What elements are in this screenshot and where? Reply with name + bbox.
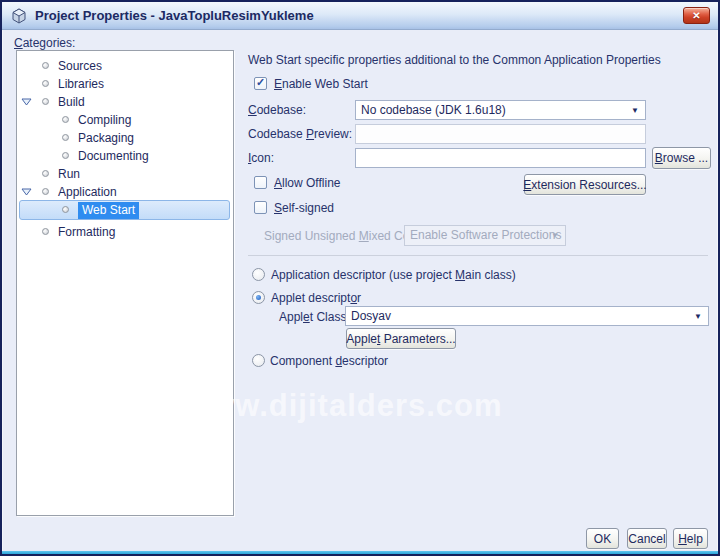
tree-bullet-icon [42, 80, 49, 87]
codebase-label: Codebase: [248, 103, 306, 117]
codebase-preview-label: Codebase Preview: [248, 127, 352, 141]
checkmark-icon: ✓ [256, 76, 265, 89]
sidebar-item-libraries[interactable]: Libraries [18, 75, 232, 93]
tree-bullet-icon [62, 134, 69, 141]
chevron-down-icon: ▼ [551, 231, 559, 240]
tree-bullet-icon [62, 206, 69, 213]
mixed-code-label: Signed Unsigned Mixed Code: [264, 229, 426, 243]
icon-label: Icon: [248, 151, 274, 165]
sidebar-item-web-start-selected-row[interactable]: Web Start [19, 200, 230, 220]
tree-bullet-icon [42, 62, 49, 69]
component-descriptor-label: Component descriptor [270, 354, 388, 368]
project-cube-icon [11, 8, 27, 24]
applet-class-label: Applet Class: [279, 310, 350, 324]
icon-field[interactable] [355, 148, 646, 168]
close-icon: ✕ [692, 10, 700, 21]
self-signed-checkbox[interactable] [254, 201, 267, 214]
allow-offline-checkbox[interactable] [254, 176, 267, 189]
sidebar-item-documenting[interactable]: Documenting [18, 147, 232, 165]
extension-resources-button[interactable]: Extension Resources... [524, 174, 646, 195]
sidebar-item-build[interactable]: Build [18, 93, 232, 111]
tree-bullet-icon [42, 170, 49, 177]
sidebar-item-run[interactable]: Run [18, 165, 232, 183]
section-divider [248, 255, 708, 256]
codebase-preview-field [355, 124, 646, 144]
tree-bullet-icon [42, 228, 49, 235]
sidebar-item-formatting[interactable]: Formatting [18, 223, 232, 241]
applet-descriptor-label: Applet descriptor [271, 291, 361, 305]
cancel-button[interactable]: Cancel [627, 528, 667, 549]
applet-descriptor-radio[interactable] [252, 291, 265, 304]
self-signed-label: Self-signed [274, 201, 334, 215]
categories-tree: Sources Libraries Build Compiling Packag… [16, 50, 234, 516]
codebase-combobox[interactable]: No codebase (JDK 1.6u18) ▼ [355, 100, 646, 120]
chevron-down-icon[interactable]: ▼ [631, 106, 639, 115]
tree-bullet-icon [62, 152, 69, 159]
project-properties-dialog: Project Properties - JavaTopluResimYukle… [0, 0, 720, 556]
application-descriptor-label: Application descriptor (use project Main… [271, 268, 516, 282]
tree-bullet-icon [42, 188, 49, 195]
enable-web-start-checkbox[interactable]: ✓ [254, 77, 267, 90]
enable-web-start-label: Enable Web Start [274, 77, 368, 91]
component-descriptor-radio[interactable] [252, 354, 265, 367]
applet-parameters-button[interactable]: Applet Parameters... [346, 328, 456, 349]
sidebar-item-sources[interactable]: Sources [18, 57, 232, 75]
applet-class-combobox[interactable]: Dosyav ▼ [345, 306, 709, 326]
sidebar-item-compiling[interactable]: Compiling [18, 111, 232, 129]
close-button[interactable]: ✕ [683, 7, 710, 24]
categories-label: Categories: [14, 36, 75, 50]
sidebar-item-web-start[interactable]: Web Start [78, 202, 139, 219]
tree-expander-icon[interactable] [21, 98, 32, 106]
browse-button[interactable]: Browse ... [652, 147, 711, 169]
sidebar-item-packaging[interactable]: Packaging [18, 129, 232, 147]
application-descriptor-radio[interactable] [252, 268, 265, 281]
chevron-down-icon[interactable]: ▼ [694, 312, 702, 321]
mixed-code-combobox: Enable Software Protections ▼ [404, 225, 566, 246]
title-bar[interactable]: Project Properties - JavaTopluResimYukle… [2, 2, 718, 30]
tree-bullet-icon [42, 98, 49, 105]
sidebar-item-application[interactable]: Application [18, 183, 232, 201]
ok-button[interactable]: OK [586, 528, 619, 549]
tree-expander-icon[interactable] [21, 188, 32, 196]
tree-bullet-icon [62, 116, 69, 123]
window-title: Project Properties - JavaTopluResimYukle… [35, 8, 314, 23]
panel-header: Web Start specific properties additional… [248, 53, 661, 67]
window-bottom-accent [2, 551, 718, 554]
allow-offline-label: Allow Offline [274, 176, 341, 190]
help-button[interactable]: Help [673, 528, 708, 549]
